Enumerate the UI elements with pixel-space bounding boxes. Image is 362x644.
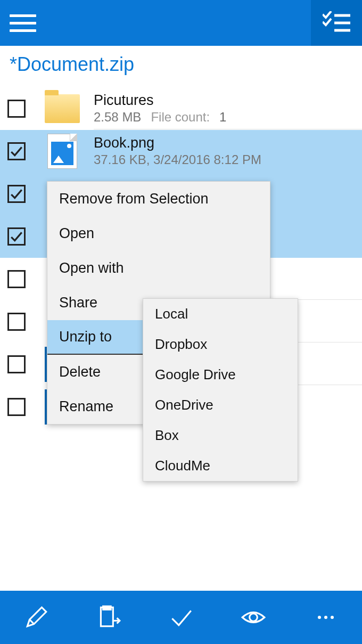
checkbox[interactable]: [7, 313, 26, 331]
menu-item-remove-selection[interactable]: Remove from Selection: [47, 182, 270, 216]
checkbox[interactable]: [7, 100, 26, 118]
menu-item-open-with[interactable]: Open with: [47, 251, 270, 286]
svg-point-11: [250, 614, 258, 622]
checklist-icon: [323, 11, 350, 35]
submenu-item-google-drive[interactable]: Google Drive: [143, 360, 298, 390]
checkbox[interactable]: [7, 185, 26, 203]
check-icon: [168, 604, 194, 631]
file-name: Picutures: [94, 92, 226, 109]
extract-icon: [95, 604, 122, 631]
top-bar: [0, 0, 362, 46]
submenu-item-onedrive[interactable]: OneDrive: [143, 390, 298, 420]
select-mode-button[interactable]: [311, 0, 362, 46]
archive-title: *Document.zip: [0, 46, 362, 87]
file-name: Book.png: [94, 135, 261, 151]
file-count-value: 1: [219, 110, 226, 125]
file-count-label: File count:: [151, 110, 210, 125]
checkbox[interactable]: [7, 398, 26, 416]
bottom-toolbar: [0, 591, 362, 644]
checkbox[interactable]: [7, 270, 26, 288]
list-item[interactable]: Picutures 2.58 MB File count: 1: [0, 87, 362, 130]
edit-button[interactable]: [15, 596, 57, 639]
svg-rect-10: [103, 606, 111, 609]
file-meta: 37.16 KB, 3/24/2016 8:12 PM: [94, 152, 261, 167]
submenu-item-local[interactable]: Local: [143, 299, 298, 329]
extract-button[interactable]: [87, 596, 130, 639]
submenu-item-cloudme[interactable]: CloudMe: [143, 451, 298, 481]
image-file-icon: [44, 134, 81, 169]
checkbox[interactable]: [7, 142, 26, 160]
folder-icon: [44, 91, 81, 126]
pencil-icon: [23, 604, 50, 631]
menu-item-unzip-to[interactable]: Unzip to: [47, 320, 143, 355]
menu-item-open[interactable]: Open: [47, 216, 270, 251]
more-icon: [318, 616, 334, 619]
view-button[interactable]: [232, 596, 275, 639]
confirm-button[interactable]: [160, 596, 202, 639]
list-item[interactable]: Book.png 37.16 KB, 3/24/2016 8:12 PM: [0, 130, 362, 173]
eye-icon: [240, 604, 267, 631]
submenu-item-dropbox[interactable]: Dropbox: [143, 329, 298, 360]
submenu-item-box[interactable]: Box: [143, 420, 298, 451]
menu-button[interactable]: [0, 0, 46, 46]
checkbox[interactable]: [7, 227, 26, 246]
file-size: 2.58 MB: [94, 110, 141, 125]
more-button[interactable]: [305, 596, 347, 639]
unzip-submenu: Local Dropbox Google Drive OneDrive Box …: [143, 298, 298, 482]
checkbox[interactable]: [7, 355, 26, 373]
